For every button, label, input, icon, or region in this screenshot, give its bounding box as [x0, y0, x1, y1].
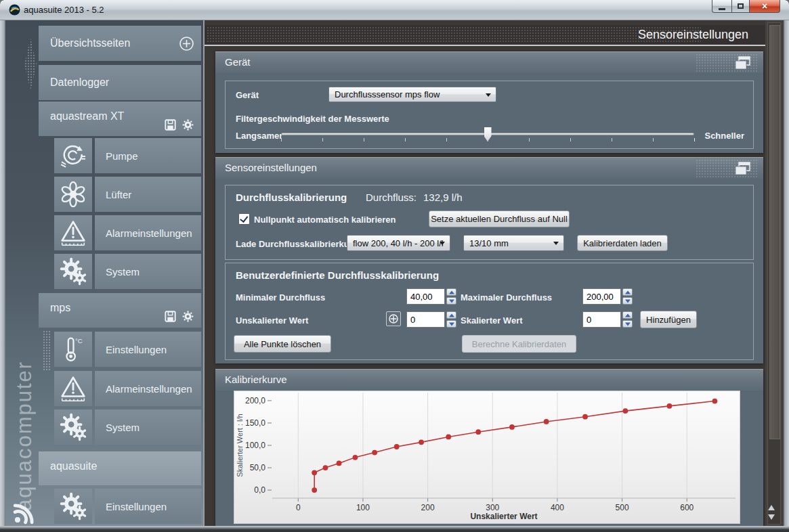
minimize-button[interactable]: [712, 0, 731, 13]
spin-up-icon[interactable]: [622, 288, 633, 296]
alarm-icon: [58, 217, 89, 248]
custom-calibration-title: Benutzerdefinierte Durchflusskalibrierun…: [236, 269, 439, 281]
auto-zero-checkbox[interactable]: [238, 213, 250, 225]
sidebar-group-mps[interactable]: mps: [39, 293, 201, 328]
unscaled-value-label: Unskalierter Wert: [236, 315, 308, 326]
gears-icon-tile[interactable]: [54, 409, 92, 445]
sidebar-item-alarmeinstellungen-xt[interactable]: Alarmeinstellungen: [95, 215, 201, 250]
button-label: Berechne Kalibrierdaten: [472, 339, 566, 349]
cascade-windows-icon[interactable]: [733, 161, 752, 177]
pump-icon-tile[interactable]: [54, 138, 92, 173]
flow-value: 132,9 l/h: [423, 192, 463, 203]
clear-points-button[interactable]: Alle Punkte löschen: [234, 335, 331, 353]
set-zero-button[interactable]: Setze aktuellen Durchfluss auf Null: [429, 210, 570, 227]
scrollbar-thumb[interactable]: [769, 25, 780, 439]
thermometer-icon-tile[interactable]: °C: [54, 332, 92, 367]
window-title: aquasuite 2013 - 5.2: [24, 5, 104, 15]
spin-up-icon[interactable]: [446, 311, 456, 319]
curve-select[interactable]: flow 200, 40 l/h - 200 l/l: [347, 235, 450, 251]
scroll-up-icon[interactable]: [768, 505, 775, 510]
max-flow-label: Maximaler Durchfluss: [461, 292, 552, 303]
save-icon[interactable]: [164, 118, 177, 131]
alarm-icon: [58, 373, 89, 404]
spin-down-icon[interactable]: [622, 320, 633, 328]
svg-text:200,0: 200,0: [245, 396, 265, 405]
rss-icon[interactable]: [12, 501, 37, 525]
maximize-button[interactable]: [731, 0, 750, 13]
target-plus-icon: [388, 313, 399, 324]
fan-icon-tile[interactable]: [54, 177, 92, 212]
scrollbar: [765, 20, 784, 527]
spin-down-icon[interactable]: [446, 320, 456, 328]
sidebar-item-alarmeinstellungen-mps[interactable]: Alarmeinstellungen: [95, 371, 201, 406]
device-select[interactable]: Durchflusssensor mps flow: [328, 87, 496, 102]
sidebar-item-datenlogger[interactable]: Datenlogger: [39, 65, 201, 100]
sidebar-group-label: aquastream XT: [50, 110, 124, 123]
unscaled-value-input[interactable]: [406, 311, 445, 328]
scaled-value-input[interactable]: [582, 311, 621, 328]
sidebar-group-label: aquasuite: [50, 460, 97, 472]
chevron-down-icon: [486, 93, 491, 97]
sidebar-item-system-mps[interactable]: System: [95, 409, 201, 445]
pick-value-button[interactable]: [386, 311, 401, 326]
window-frame-bottom: [0, 526, 789, 532]
flow-calibration-title: Durchflusskalibrierung: [236, 192, 347, 203]
tube-size-select[interactable]: 13/10 mm: [463, 235, 564, 251]
device-select-value: Durchflusssensor mps flow: [335, 89, 440, 99]
sidebar-item-uebersichtsseiten[interactable]: Übersichtsseiten: [39, 26, 201, 61]
alarm-icon-tile[interactable]: [54, 215, 92, 250]
load-calibration-button[interactable]: Kalibrierdaten laden: [577, 235, 668, 251]
spin-down-icon[interactable]: [622, 297, 633, 305]
fan-icon: [58, 179, 89, 210]
sidebar-item-label: Pumpe: [106, 150, 138, 162]
sidebar-item-system-xt[interactable]: System: [95, 254, 201, 289]
sidebar-item-luefter[interactable]: Lüfter: [95, 177, 201, 212]
sidebar-group-aquastream-xt[interactable]: aquastream XT: [39, 102, 201, 136]
sidebar-item-einstellungen-aquasuite[interactable]: Einstellungen: [95, 489, 201, 524]
brand-text: aquacomputer: [12, 294, 37, 511]
save-icon[interactable]: [164, 310, 177, 323]
window-controls: ×: [712, 0, 780, 13]
min-flow-stepper: [406, 288, 456, 305]
gears-icon-tile[interactable]: [54, 254, 92, 289]
scrollbar-track[interactable]: [767, 22, 781, 525]
calibration-chart: 01002003004005006000,050,0100,0150,0200,…: [234, 391, 740, 524]
svg-text:150,0: 150,0: [245, 418, 265, 428]
spin-down-icon[interactable]: [446, 297, 456, 305]
scaled-value-stepper: [582, 311, 633, 328]
scroll-down-icon[interactable]: [768, 514, 775, 520]
sidebar-item-label: Alarmeinstellungen: [106, 227, 192, 239]
gear-icon[interactable]: [182, 118, 194, 131]
svg-text:100,0: 100,0: [245, 441, 265, 450]
svg-text:600: 600: [680, 503, 694, 512]
spin-up-icon[interactable]: [622, 311, 633, 319]
gears-icon-tile[interactable]: [54, 489, 92, 524]
min-flow-input[interactable]: [406, 288, 445, 305]
compute-calibration-button[interactable]: Berechne Kalibrierdaten: [462, 335, 576, 353]
max-flow-stepper: [582, 288, 633, 305]
cascade-windows-icon[interactable]: [733, 56, 752, 71]
add-point-button[interactable]: Hinzufügen: [640, 311, 697, 328]
sidebar-item-pumpe[interactable]: Pumpe: [95, 138, 201, 173]
button-label: Hinzufügen: [646, 315, 691, 325]
spin-up-icon[interactable]: [446, 288, 456, 296]
button-label: Setze aktuellen Durchfluss auf Null: [431, 214, 568, 224]
alarm-icon-tile[interactable]: [54, 371, 92, 406]
unscaled-value-stepper: [406, 311, 456, 328]
device-label: Gerät: [236, 90, 259, 100]
svg-text:200: 200: [421, 503, 435, 512]
max-flow-input[interactable]: [582, 288, 621, 305]
close-icon: ×: [762, 1, 767, 12]
page-title: Sensoreinstellungen: [638, 28, 748, 42]
sidebar-item-einstellungen-mps[interactable]: Einstellungen: [95, 332, 201, 367]
sidebar-item-label: Übersichtsseiten: [50, 37, 130, 49]
close-button[interactable]: ×: [750, 0, 780, 13]
tube-size-select-value: 13/10 mm: [469, 238, 509, 248]
titlebar[interactable]: aquasuite 2013 - 5.2: [0, 0, 789, 20]
device-panel-header: Gerät: [215, 51, 763, 73]
svg-text:Unskalierter Wert: Unskalierter Wert: [470, 512, 537, 521]
gear-icon[interactable]: [182, 310, 194, 323]
sidebar-group-aquasuite[interactable]: aquasuite: [39, 451, 201, 485]
plus-circle-icon[interactable]: [179, 36, 194, 51]
sidebar-item-label: Einstellungen: [106, 344, 167, 355]
